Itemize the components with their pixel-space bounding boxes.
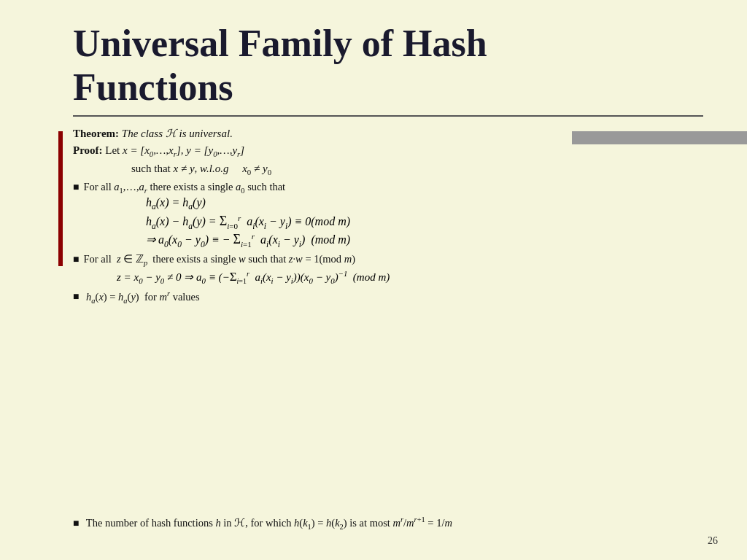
- proof-let: Let: [103, 144, 123, 156]
- bullet3-line: ■ ha(x) = ha(y) for mr values: [73, 289, 703, 305]
- gray-accent-bar: [572, 131, 747, 144]
- title-line1: Universal Family of Hash: [73, 23, 487, 64]
- bottom-text-content: The number of hash functions h in ℋ, for…: [86, 517, 452, 529]
- theorem-text: The class ℋ is universal.: [119, 128, 233, 139]
- bullet1-line: ■ For all a1,…,ar there exists a single …: [73, 181, 703, 195]
- bullet1-text: For all a1,…,ar there exists a single a0…: [83, 181, 285, 195]
- slide-title: Universal Family of Hash Functions: [73, 22, 703, 109]
- theorem-label: Theorem:: [73, 128, 119, 139]
- eq1-container: ha(x) = ha(y): [146, 196, 703, 211]
- page-number: 26: [708, 535, 718, 547]
- proof-line: Proof: Let x = [x0,…,xr], y = [y0,…,yr]: [73, 144, 703, 158]
- eq4-container: z = x0 − y0 ≠ 0 ⇒ a0 ≡ (−Σi=1r ai(xi − y…: [117, 269, 703, 285]
- bottom-text: ■ The number of hash functions h in ℋ, f…: [73, 516, 718, 531]
- such-that-line: such that x ≠ y, w.l.o.g x0 ≠ y0: [131, 163, 703, 176]
- eq3-container: ⇒ a0(x0 − y0) ≡ − Σi=1r ai(xi − yi) (mod…: [146, 232, 703, 249]
- eq2-container: ha(x) − ha(y) = Σi=0r ai(xi − yi) ≡ 0(mo…: [146, 214, 703, 230]
- red-accent-bar: [58, 131, 63, 266]
- bullet3-text: ha(x) = ha(y) for mr values: [83, 289, 199, 305]
- title-divider: [73, 115, 703, 117]
- bullet2-text: For all z ∈ ℤp there exists a single w s…: [83, 253, 355, 267]
- slide: Universal Family of Hash Functions Theor…: [0, 0, 747, 560]
- proof-label: Proof:: [73, 144, 103, 156]
- content-area: Theorem: The class ℋ is universal. Proof…: [73, 127, 703, 305]
- bullet2-line: ■ For all z ∈ ℤp there exists a single w…: [73, 253, 703, 267]
- proof-let-math: x = [x0,…,xr], y = [y0,…,yr]: [123, 144, 244, 156]
- title-line2: Functions: [73, 66, 233, 108]
